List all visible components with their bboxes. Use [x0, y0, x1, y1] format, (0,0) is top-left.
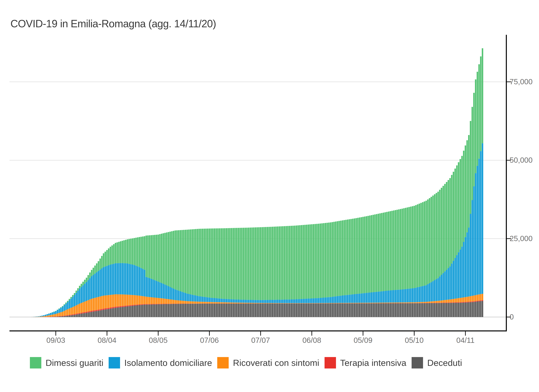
bar-segment-dimessi_guariti[interactable]	[89, 272, 91, 278]
bar-day-122[interactable]	[240, 228, 241, 317]
bar-day-185[interactable]	[347, 219, 348, 317]
bar-day-37[interactable]	[94, 266, 96, 317]
bar-day-97[interactable]	[197, 229, 198, 317]
bar-segment-ricoverati_con_sintomi[interactable]	[229, 302, 231, 304]
bar-segment-dimessi_guariti[interactable]	[236, 228, 237, 299]
bar-segment-ricoverati_con_sintomi[interactable]	[337, 303, 338, 303]
bar-segment-ricoverati_con_sintomi[interactable]	[203, 302, 205, 304]
bar-segment-isolamento_domiciliare[interactable]	[234, 299, 236, 302]
bar-day-201[interactable]	[374, 214, 376, 317]
bar-segment-ricoverati_con_sintomi[interactable]	[35, 317, 36, 317]
bar-segment-terapia_intensiva[interactable]	[475, 301, 476, 302]
bar-day-101[interactable]	[203, 229, 205, 317]
bar-segment-dimessi_guariti[interactable]	[79, 286, 80, 289]
bar-segment-dimessi_guariti[interactable]	[342, 220, 343, 295]
bar-segment-ricoverati_con_sintomi[interactable]	[222, 302, 224, 304]
bar-segment-ricoverati_con_sintomi[interactable]	[354, 303, 355, 303]
bar-day-192[interactable]	[359, 218, 360, 317]
bar-segment-dimessi_guariti[interactable]	[313, 224, 314, 298]
bar-segment-ricoverati_con_sintomi[interactable]	[94, 298, 96, 310]
bar-segment-dimessi_guariti[interactable]	[391, 211, 393, 290]
bar-segment-ricoverati_con_sintomi[interactable]	[245, 303, 246, 304]
bar-segment-isolamento_domiciliare[interactable]	[253, 300, 255, 303]
bar-segment-isolamento_domiciliare[interactable]	[467, 232, 468, 297]
bar-segment-isolamento_domiciliare[interactable]	[373, 292, 374, 303]
bar-segment-deceduti[interactable]	[176, 304, 178, 317]
bar-segment-terapia_intensiva[interactable]	[414, 303, 415, 303]
bar-day-19[interactable]	[63, 304, 65, 317]
bar-segment-ricoverati_con_sintomi[interactable]	[38, 317, 39, 317]
bar-segment-ricoverati_con_sintomi[interactable]	[253, 303, 255, 304]
bar-segment-deceduti[interactable]	[439, 303, 441, 317]
bar-segment-dimessi_guariti[interactable]	[168, 232, 169, 286]
bar-day-247[interactable]	[453, 172, 454, 317]
bar-segment-ricoverati_con_sintomi[interactable]	[309, 303, 311, 304]
bar-segment-ricoverati_con_sintomi[interactable]	[205, 302, 207, 304]
bar-segment-ricoverati_con_sintomi[interactable]	[113, 295, 115, 307]
bar-segment-deceduti[interactable]	[106, 309, 108, 317]
bar-segment-terapia_intensiva[interactable]	[130, 305, 132, 306]
bar-segment-isolamento_domiciliare[interactable]	[263, 300, 265, 303]
bar-day-76[interactable]	[161, 234, 162, 317]
bar-segment-deceduti[interactable]	[345, 303, 347, 317]
bar-day-147[interactable]	[282, 226, 284, 317]
bar-segment-dimessi_guariti[interactable]	[176, 230, 178, 290]
bar-segment-deceduti[interactable]	[140, 305, 142, 317]
bar-day-176[interactable]	[332, 222, 333, 317]
bar-segment-ricoverati_con_sintomi[interactable]	[429, 301, 430, 303]
bar-segment-isolamento_domiciliare[interactable]	[420, 286, 422, 302]
bar-segment-ricoverati_con_sintomi[interactable]	[255, 303, 256, 303]
bar-segment-deceduti[interactable]	[303, 304, 304, 317]
bar-segment-ricoverati_con_sintomi[interactable]	[260, 303, 261, 304]
bar-segment-ricoverati_con_sintomi[interactable]	[282, 303, 284, 304]
bar-segment-deceduti[interactable]	[356, 303, 357, 317]
bar-segment-terapia_intensiva[interactable]	[156, 304, 157, 305]
bar-segment-dimessi_guariti[interactable]	[263, 227, 265, 300]
bar-day-145[interactable]	[279, 226, 280, 317]
bar-segment-ricoverati_con_sintomi[interactable]	[70, 308, 72, 315]
bar-segment-dimessi_guariti[interactable]	[280, 226, 282, 300]
bar-segment-dimessi_guariti[interactable]	[108, 248, 109, 265]
bar-segment-dimessi_guariti[interactable]	[65, 302, 67, 304]
bar-segment-dimessi_guariti[interactable]	[410, 207, 412, 288]
bar-segment-dimessi_guariti[interactable]	[367, 216, 369, 293]
legend-item-deceduti[interactable]: Deceduti	[412, 357, 462, 368]
bar-segment-isolamento_domiciliare[interactable]	[251, 300, 253, 303]
bar-segment-ricoverati_con_sintomi[interactable]	[100, 296, 101, 309]
bar-day-154[interactable]	[294, 226, 295, 317]
bar-segment-deceduti[interactable]	[415, 303, 417, 317]
bar-segment-deceduti[interactable]	[164, 304, 166, 317]
bar-segment-ricoverati_con_sintomi[interactable]	[335, 303, 337, 303]
bar-segment-deceduti[interactable]	[256, 304, 258, 317]
bar-segment-deceduti[interactable]	[410, 303, 412, 317]
bar-segment-terapia_intensiva[interactable]	[123, 306, 125, 307]
bar-segment-isolamento_domiciliare[interactable]	[453, 261, 454, 299]
bar-segment-isolamento_domiciliare[interactable]	[214, 298, 215, 302]
bar-segment-deceduti[interactable]	[110, 309, 111, 317]
bar-day-211[interactable]	[391, 211, 393, 317]
bar-segment-isolamento_domiciliare[interactable]	[354, 294, 355, 303]
bar-segment-dimessi_guariti[interactable]	[362, 217, 364, 293]
bar-day-36[interactable]	[93, 268, 94, 317]
bar-segment-dimessi_guariti[interactable]	[299, 225, 301, 299]
bar-day-6[interactable]	[42, 315, 43, 317]
bar-segment-ricoverati_con_sintomi[interactable]	[171, 300, 173, 304]
bar-segment-isolamento_domiciliare[interactable]	[369, 293, 371, 303]
bar-segment-isolamento_domiciliare[interactable]	[156, 281, 157, 298]
bar-segment-isolamento_domiciliare[interactable]	[87, 280, 89, 300]
bar-segment-terapia_intensiva[interactable]	[116, 307, 118, 308]
bar-segment-deceduti[interactable]	[369, 303, 371, 317]
bar-day-16[interactable]	[58, 309, 60, 317]
bar-segment-isolamento_domiciliare[interactable]	[243, 300, 244, 303]
bar-day-46[interactable]	[110, 247, 111, 317]
bar-segment-isolamento_domiciliare[interactable]	[226, 299, 227, 302]
bar-segment-terapia_intensiva[interactable]	[158, 304, 159, 304]
bar-day-149[interactable]	[285, 226, 287, 317]
bar-day-68[interactable]	[147, 235, 149, 317]
bar-segment-isolamento_domiciliare[interactable]	[456, 255, 458, 298]
bar-segment-isolamento_domiciliare[interactable]	[448, 268, 449, 300]
bar-segment-dimessi_guariti[interactable]	[217, 228, 219, 298]
bar-segment-dimessi_guariti[interactable]	[425, 201, 427, 285]
bar-segment-dimessi_guariti[interactable]	[248, 228, 249, 300]
bar-segment-ricoverati_con_sintomi[interactable]	[125, 295, 127, 306]
